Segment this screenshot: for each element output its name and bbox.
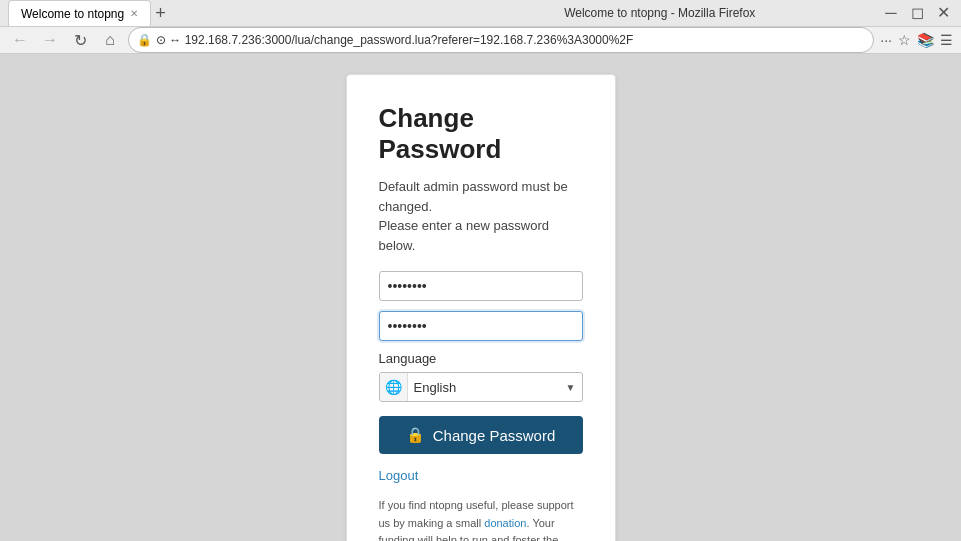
window-controls: ─ ◻ ✕ (881, 5, 953, 21)
lock-icon: 🔒 (406, 426, 425, 444)
close-button[interactable]: ✕ (933, 5, 953, 21)
restore-button[interactable]: ◻ (907, 5, 927, 21)
logout-link[interactable]: Logout (379, 468, 583, 483)
change-password-card: Change Password Default admin password m… (346, 74, 616, 541)
language-flag-icon: 🌐 (380, 373, 408, 401)
minimize-button[interactable]: ─ (881, 5, 901, 21)
language-label: Language (379, 351, 583, 366)
browser-window: Welcome to ntopng ✕ + Welcome to ntopng … (0, 0, 961, 541)
tab-bar: Welcome to ntopng ✕ + (8, 0, 439, 26)
card-description: Default admin password must be changed. … (379, 177, 583, 255)
confirm-password-input[interactable] (379, 311, 583, 341)
new-password-input[interactable] (379, 271, 583, 301)
toolbar: ← → ↻ ⌂ 🔒 ⊙ ↔ 192.168.7.236:3000/lua/cha… (0, 27, 961, 54)
window-title: Welcome to ntopng - Mozilla Firefox (445, 6, 876, 20)
home-button[interactable]: ⌂ (98, 31, 122, 49)
card-title: Change Password (379, 103, 583, 165)
lock-icon: 🔒 (137, 33, 152, 47)
tab-label: Welcome to ntopng (21, 7, 124, 21)
title-bar: Welcome to ntopng ✕ + Welcome to ntopng … (0, 0, 961, 27)
donation-link[interactable]: donation (484, 517, 526, 529)
address-bar[interactable]: 🔒 ⊙ ↔ 192.168.7.236:3000/lua/change_pass… (128, 27, 874, 53)
page-content: Change Password Default admin password m… (0, 54, 961, 541)
new-tab-button[interactable]: + (155, 4, 166, 22)
more-button[interactable]: ··· (880, 32, 892, 48)
language-select-wrap: 🌐 English Italian French German Spanish … (379, 372, 583, 402)
toolbar-right: ··· ☆ 📚 ☰ (880, 32, 953, 48)
back-button[interactable]: ← (8, 31, 32, 49)
close-tab-button[interactable]: ✕ (130, 8, 138, 19)
change-password-button[interactable]: 🔒 Change Password (379, 416, 583, 454)
address-text: ⊙ ↔ 192.168.7.236:3000/lua/change_passwo… (156, 33, 865, 47)
forward-button[interactable]: → (38, 31, 62, 49)
footer-support-text: If you find ntopng useful, please suppor… (379, 497, 583, 541)
menu-button[interactable]: ☰ (940, 32, 953, 48)
bookmark-list-button[interactable]: 📚 (917, 32, 934, 48)
browser-tab[interactable]: Welcome to ntopng ✕ (8, 0, 151, 26)
language-select[interactable]: English Italian French German Spanish (408, 380, 560, 395)
language-dropdown-arrow: ▼ (560, 382, 582, 393)
bookmark-button[interactable]: ☆ (898, 32, 911, 48)
reload-button[interactable]: ↻ (68, 31, 92, 50)
